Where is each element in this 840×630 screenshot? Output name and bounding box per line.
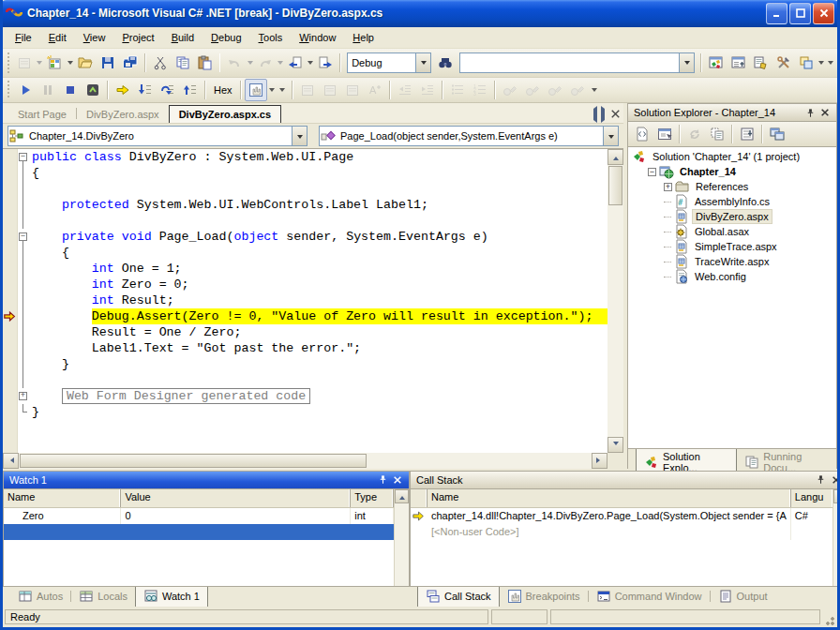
step-over-button[interactable] [157,79,179,101]
dropdown-arrow-icon[interactable] [818,52,825,73]
expand-region-button[interactable]: + [19,392,27,400]
save-button[interactable] [97,52,119,74]
scrollbar-track[interactable] [368,453,592,469]
toggle-breakpoint-button[interactable] [521,79,544,101]
copy-button[interactable] [172,52,194,74]
column-header[interactable]: Name [428,489,791,507]
collapse-region-button[interactable]: − [19,153,27,161]
restart-button[interactable] [82,79,104,101]
tree-item[interactable]: TraceWrite.aspx [628,254,836,269]
open-file-button[interactable] [74,52,97,74]
show-next-statement-button[interactable] [112,79,134,101]
debug-window-tab[interactable]: Output [711,587,775,607]
view-designer-button[interactable] [653,123,676,145]
dropdown-arrow-icon[interactable] [246,52,253,73]
step-out-button[interactable] [179,79,202,101]
code-line[interactable]: int Result; [3,292,608,308]
enable-breakpoint-button[interactable] [544,79,566,101]
code-line[interactable]: } [3,404,608,420]
watch-row[interactable]: Zero0int [4,508,394,524]
members-combo[interactable]: Page_Load(object sender,System.EventArgs… [319,126,619,146]
new-project-button[interactable] [13,52,36,74]
code-line[interactable] [3,213,608,229]
properties-pages-button[interactable] [296,79,319,101]
code-line[interactable] [3,181,608,197]
step-into-button[interactable] [134,79,157,101]
code-line[interactable]: } [3,356,608,372]
code-line[interactable]: Label1.Text = "Got past the error."; [3,340,608,356]
solution-explorer-button[interactable] [705,52,728,74]
cut-button[interactable] [149,52,172,74]
collapse-region-button[interactable]: − [19,232,27,241]
dropdown-arrow-icon[interactable] [277,52,284,73]
other-windows-button[interactable] [795,52,818,74]
code-editor[interactable]: −public class DivByZero : System.Web.UI.… [3,148,608,452]
dropdown-arrow-icon[interactable] [679,53,694,72]
code-line[interactable]: protected System.Web.UI.WebControls.Labe… [3,197,608,213]
solution-configurations-combo[interactable]: Debug [347,52,431,73]
toolbox-button[interactable] [772,52,795,74]
copy-project-button[interactable] [766,123,788,145]
toolbar-overflow-button[interactable] [825,52,835,73]
toolbar-overflow-button[interactable] [277,80,289,100]
menu-build[interactable]: Build [163,29,202,46]
column-header[interactable]: Name [4,489,121,507]
watch-window-tab[interactable]: Watch 1 [135,587,208,608]
debug-window-tab[interactable]: Call Stack [417,587,500,608]
dropdown-arrow-icon[interactable] [36,52,43,73]
tree-item[interactable]: Solution 'Chapter_14' (1 project) [628,149,836,164]
close-panel-button[interactable] [818,105,832,120]
scroll-left-button[interactable] [3,453,19,469]
stop-debugging-button[interactable] [59,79,82,101]
document-tab[interactable]: DivByZero.aspx.cs [169,105,281,123]
scroll-tabs-right-button[interactable] [601,109,608,120]
scroll-tabs-left-button[interactable] [591,109,597,120]
save-all-button[interactable] [119,52,142,74]
expand-node-button[interactable]: + [664,183,672,191]
menu-file[interactable]: File [7,29,40,46]
tree-item[interactable]: #AssemblyInfo.cs [628,194,836,209]
code-line[interactable]: int One = 1; [3,261,608,277]
collapse-node-button[interactable]: − [648,168,656,176]
paste-button[interactable] [194,52,217,74]
scrollbar-thumb[interactable] [20,454,367,468]
dropdown-arrow-icon[interactable] [307,52,314,73]
view-code-button[interactable] [631,123,653,145]
dropdown-arrow-icon[interactable] [603,127,618,145]
undo-button[interactable] [223,52,246,74]
menu-tools[interactable]: Tools [250,29,292,46]
auto-hide-pin-button[interactable] [814,472,829,488]
call-stack-grid-header[interactable]: NameLangu [411,489,832,508]
editor-vertical-scrollbar[interactable] [608,148,623,452]
toolbar-overflow-button[interactable] [589,80,601,100]
numbering-button[interactable]: 123 [469,79,491,101]
dropdown-arrow-icon[interactable] [267,80,277,100]
menu-window[interactable]: Window [291,29,344,46]
solution-tree[interactable]: Solution 'Chapter_14' (1 project)−Chapte… [627,147,837,448]
column-header[interactable]: Langu [791,489,832,507]
breakpoints-window-button[interactable] [245,79,267,101]
menu-help[interactable]: Help [344,29,382,46]
tree-item[interactable]: DivByZero.aspx [628,209,836,224]
watch-scrollbar[interactable] [394,489,409,587]
minimize-button[interactable] [766,3,788,24]
scroll-up-button[interactable] [608,149,623,165]
refresh-button[interactable] [683,123,706,145]
scroll-up-button[interactable] [395,489,409,503]
tree-item[interactable]: SimpleTrace.aspx [628,239,836,254]
resize-grip[interactable] [823,614,835,626]
code-line[interactable]: +Web Form Designer generated code [3,388,608,404]
navigate-backward-button[interactable] [284,52,307,74]
close-panel-button[interactable] [829,472,840,488]
watch-grid-header[interactable]: NameValueType [4,489,394,508]
scroll-down-button[interactable] [608,437,623,453]
tree-item[interactable]: −Chapter_14 [628,164,836,179]
watch-window-tab[interactable]: Autos [10,587,70,607]
find-combo[interactable] [459,52,695,73]
auto-hide-pin-button[interactable] [375,472,390,488]
increase-indent-button[interactable] [416,79,439,101]
document-tab[interactable]: DivByZero.aspx [77,106,169,123]
menu-debug[interactable]: Debug [202,29,249,46]
call-stack-scrollbar[interactable] [832,489,840,587]
code-line[interactable]: −private void Page_Load(object sender, S… [3,229,608,245]
